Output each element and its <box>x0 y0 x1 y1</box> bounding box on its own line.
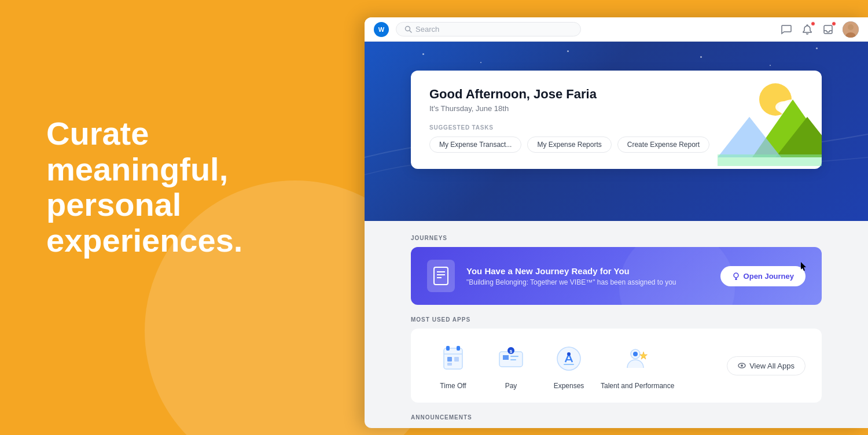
expenses-icon-wrap <box>551 341 586 376</box>
app-item-talent[interactable]: Talent and Performance <box>601 341 674 390</box>
task-button-0[interactable]: My Expense Transact... <box>429 137 521 153</box>
hero-illustration <box>718 65 822 180</box>
browser-actions <box>780 21 859 38</box>
eye-icon <box>738 362 746 370</box>
cursor <box>800 261 807 272</box>
inbox-icon[interactable] <box>822 23 834 36</box>
journey-icon-wrap <box>427 260 455 292</box>
journey-subtitle: "Building Belonging: Together we VIBE™" … <box>466 278 709 286</box>
journeys-label: JOURNEYS <box>411 235 822 241</box>
svg-point-38 <box>633 352 638 356</box>
location-icon <box>732 272 740 280</box>
journeys-section: JOURNEYS You Have a New Journey Ready fo… <box>411 235 822 305</box>
task-button-2[interactable]: Create Expense Report <box>617 137 709 153</box>
workday-logo: W <box>374 22 389 37</box>
journey-title: You Have a New Journey Ready for You <box>466 266 709 276</box>
open-journey-label: Open Journey <box>744 272 794 281</box>
content-area: JOURNEYS You Have a New Journey Ready fo… <box>365 221 868 428</box>
app-item-pay[interactable]: $ Pay <box>485 341 537 390</box>
pay-icon-wrap: $ <box>494 341 528 376</box>
app-item-time-off[interactable]: Time Off <box>427 341 479 390</box>
svg-rect-28 <box>447 363 452 366</box>
svg-point-36 <box>567 352 571 356</box>
time-off-icon-wrap <box>436 341 470 376</box>
svg-rect-24 <box>457 346 460 351</box>
hero-banner: Good Afternoon, Jose Faria It's Thursday… <box>365 42 868 221</box>
time-off-label: Time Off <box>440 382 466 390</box>
talent-icon-wrap <box>620 341 655 376</box>
svg-point-2 <box>406 27 410 31</box>
svg-marker-39 <box>639 352 647 359</box>
view-all-apps-button[interactable]: View All Apps <box>727 356 806 375</box>
inbox-badge <box>832 21 836 26</box>
journey-text: You Have a New Journey Ready for You "Bu… <box>466 266 709 286</box>
open-journey-button[interactable]: Open Journey <box>720 266 806 286</box>
search-placeholder: Search <box>415 25 439 34</box>
browser-window: W Search <box>365 17 868 428</box>
pay-icon: $ <box>496 344 526 374</box>
app-item-expenses[interactable]: Expenses <box>543 341 595 390</box>
hero-headline: Curate meaningful, personal experiences. <box>46 116 289 258</box>
browser-chrome: W Search <box>365 17 868 42</box>
notification-badge <box>811 21 815 26</box>
svg-point-21 <box>734 273 738 278</box>
most-used-apps-section: MOST USED APPS <box>411 316 822 403</box>
message-icon[interactable] <box>780 23 793 36</box>
expenses-label: Expenses <box>554 382 584 390</box>
talent-label: Talent and Performance <box>601 382 674 390</box>
apps-card: Time Off $ Pay <box>411 329 822 403</box>
svg-point-34 <box>557 347 580 370</box>
notification-icon[interactable] <box>801 23 814 36</box>
svg-point-6 <box>848 24 854 30</box>
task-button-1[interactable]: My Expense Reports <box>527 137 611 153</box>
most-used-apps-label: MOST USED APPS <box>411 316 822 323</box>
svg-rect-23 <box>446 346 450 351</box>
svg-rect-17 <box>434 267 448 285</box>
svg-rect-22 <box>444 348 462 369</box>
time-off-icon <box>438 344 468 374</box>
search-icon <box>404 25 412 33</box>
svg-text:$: $ <box>510 349 513 354</box>
talent-icon <box>623 344 653 374</box>
search-bar[interactable]: Search <box>396 22 581 36</box>
svg-rect-16 <box>718 154 822 166</box>
svg-line-3 <box>410 31 411 32</box>
svg-rect-26 <box>447 357 452 362</box>
user-avatar[interactable] <box>843 21 859 38</box>
left-panel: Curate meaningful, personal experiences. <box>46 116 289 258</box>
pay-label: Pay <box>505 382 517 390</box>
expenses-icon <box>554 344 584 374</box>
journey-card: You Have a New Journey Ready for You "Bu… <box>411 247 822 305</box>
announcements-label: ANNOUNCEMENTS <box>411 414 822 421</box>
journey-card-icon <box>433 266 449 286</box>
view-all-label: View All Apps <box>749 362 795 370</box>
svg-point-41 <box>741 364 743 367</box>
svg-rect-27 <box>454 357 459 362</box>
svg-text:W: W <box>378 26 385 33</box>
